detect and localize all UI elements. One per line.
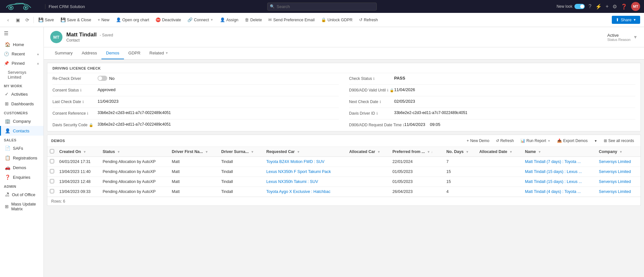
col-name[interactable]: Name ▼ <box>522 147 596 157</box>
last-check-date-info-icon[interactable]: ℹ <box>82 100 84 104</box>
cell-name-0[interactable]: Matt Tindall (7 days) : Toyota ... <box>522 157 596 167</box>
status-expand-chevron[interactable]: ▼ <box>633 34 638 40</box>
settings-icon[interactable]: ⚙ <box>612 4 617 10</box>
name-link-3[interactable]: Matt Tindall (4 days) : Toyota ... <box>525 189 581 194</box>
sidebar-item-recent[interactable]: 🕐 Recent ▲ <box>0 49 43 59</box>
consent-status-info-icon[interactable]: ℹ <box>80 88 81 92</box>
tab-demos[interactable]: Demos <box>101 47 124 59</box>
sidebar-item-contacts[interactable]: 👤 Contacts <box>0 126 43 136</box>
lightning-icon[interactable]: ⚡ <box>595 4 602 10</box>
row-checkbox-2[interactable] <box>50 179 54 183</box>
new-button[interactable]: + New <box>95 16 112 24</box>
sidebar-item-home[interactable]: 🏠 Home <box>0 40 43 49</box>
davis-driver-id-info-icon[interactable]: ℹ <box>376 111 378 116</box>
deactivate-button[interactable]: ⛔ Deactivate <box>153 16 184 24</box>
next-check-info-icon[interactable]: ℹ <box>380 100 381 104</box>
col-status[interactable]: Status ▼ <box>100 147 169 157</box>
col-requested-car[interactable]: Requested Car ▼ <box>264 147 346 157</box>
share-button[interactable]: ⬆ Share ▼ <box>612 16 640 24</box>
user-avatar[interactable]: MT <box>631 2 640 11</box>
col-driver-surname[interactable]: Driver Surna... ▼ <box>219 147 264 157</box>
company-link-0[interactable]: Serversys Limited <box>599 159 631 164</box>
plus-icon[interactable]: + <box>606 4 609 9</box>
row-checkbox-3[interactable] <box>50 189 54 193</box>
col-allocated-car[interactable]: Allocated Car ▼ <box>346 147 390 157</box>
sidebar-item-safs[interactable]: 📄 SAFs <box>0 143 43 153</box>
sidebar-item-company[interactable]: 🏢 Company <box>0 116 43 126</box>
cell-req-car-3[interactable]: Toyota Aygo X Exclusive : Hatchbac <box>264 187 346 197</box>
cell-req-car-2[interactable]: Lexus NX350h Takumi : SUV <box>264 177 346 187</box>
tab-related[interactable]: Related ▼ <box>145 47 173 59</box>
check-status-info-icon[interactable]: ℹ <box>373 77 374 81</box>
see-all-records-button[interactable]: ⊞ See all records <box>601 138 637 144</box>
save-button[interactable]: 💾 Save <box>36 16 57 24</box>
question-icon[interactable]: ❓ <box>621 4 627 10</box>
sidebar-item-activities[interactable]: ✓ Activities <box>0 89 43 99</box>
export-demos-button[interactable]: 📥 Export Demos <box>554 138 590 144</box>
company-link-2[interactable]: Serversys Limited <box>599 179 631 184</box>
unlock-gdpr-button[interactable]: 🔒 Unlock GDPR <box>318 16 355 24</box>
recheck-toggle[interactable] <box>98 76 107 81</box>
col-preferred-from[interactable]: Preferred from ... ▼ ↓ <box>390 147 444 157</box>
back-button[interactable]: ‹ <box>4 16 12 24</box>
cell-name-2[interactable]: Matt Tindall (15 days) : Lexus ... <box>522 177 596 187</box>
sidebar-item-registrations[interactable]: 📋 Registrations <box>0 153 43 163</box>
cell-req-car-0[interactable]: Toyota BZ4X Motion FWD : SUV <box>264 157 346 167</box>
sidebar-item-pinned[interactable]: 📌 Pinned ▲ <box>0 59 43 68</box>
row-checkbox-1[interactable] <box>50 169 54 173</box>
delete-button[interactable]: 🗑 Delete <box>242 16 264 24</box>
tab-gdpr[interactable]: GDPR <box>124 47 145 59</box>
cell-company-2[interactable]: Serversys Limited <box>596 177 640 187</box>
req-car-link-1[interactable]: Lexus NX350h F Sport Takumi Pack <box>266 169 331 174</box>
req-car-link-2[interactable]: Lexus NX350h Takumi : SUV <box>266 179 318 184</box>
send-preference-email-button[interactable]: ✉ Send Preference Email <box>266 16 317 24</box>
refresh-nav-button[interactable]: ⟳ <box>23 16 32 24</box>
row-checkbox-0[interactable] <box>50 159 54 163</box>
row-checkbox-cell-2[interactable] <box>47 177 57 187</box>
nav-record-button[interactable]: ▣ <box>14 16 22 24</box>
sidebar-item-out-of-office[interactable]: 🏖 Out of Office <box>0 190 43 199</box>
cell-req-car-1[interactable]: Lexus NX350h F Sport Takumi Pack <box>264 167 346 177</box>
run-report-button[interactable]: 📊 Run Report ▼ <box>518 138 553 144</box>
new-look-toggle[interactable] <box>574 4 585 9</box>
tab-summary[interactable]: Summary <box>50 47 77 59</box>
row-checkbox-cell-1[interactable] <box>47 167 57 177</box>
sidebar-item-serversys[interactable]: Serversys Limited <box>0 68 43 81</box>
col-created-on[interactable]: Created On ▼ <box>57 147 100 157</box>
select-all-checkbox[interactable] <box>50 149 54 153</box>
name-link-0[interactable]: Matt Tindall (7 days) : Toyota ... <box>525 159 581 164</box>
row-checkbox-cell-3[interactable] <box>47 187 57 197</box>
cell-company-3[interactable]: Serversys Limited <box>596 187 640 197</box>
name-link-2[interactable]: Matt Tindall (15 days) : Lexus ... <box>525 179 582 184</box>
demos-refresh-button[interactable]: ↺ Refresh <box>493 138 516 144</box>
col-driver-first-name[interactable]: Driver First Na... ▼ <box>169 147 219 157</box>
row-checkbox-cell-0[interactable] <box>47 157 57 167</box>
open-org-chart-button[interactable]: 👤 Open org chart <box>113 16 152 24</box>
d906-valid-info-icon[interactable]: ℹ <box>387 88 388 92</box>
req-car-link-3[interactable]: Toyota Aygo X Exclusive : Hatchbac <box>266 189 330 194</box>
help-icon[interactable]: ? <box>589 4 592 9</box>
cell-company-0[interactable]: Serversys Limited <box>596 157 640 167</box>
consent-ref-info-icon[interactable]: ℹ <box>87 111 88 116</box>
col-company[interactable]: Company ▼ <box>596 147 640 157</box>
export-chevron-button[interactable]: ▼ <box>592 138 600 144</box>
select-all-header[interactable] <box>47 147 57 157</box>
tab-address[interactable]: Address <box>77 47 102 59</box>
search-input[interactable] <box>267 3 377 11</box>
cell-company-1[interactable]: Serversys Limited <box>596 167 640 177</box>
cell-name-3[interactable]: Matt Tindall (4 days) : Toyota ... <box>522 187 596 197</box>
cell-name-1[interactable]: Matt Tindall (15 days) : Lexus ... <box>522 167 596 177</box>
refresh-button[interactable]: ↺ Refresh <box>356 16 381 24</box>
save-close-button[interactable]: 💾 Save & Close <box>58 16 94 24</box>
sidebar-item-demos[interactable]: 🚗 Demos <box>0 163 43 172</box>
sidebar-item-mass-update-matrix[interactable]: ⊞ Mass Update Matrix <box>0 199 43 214</box>
company-link-3[interactable]: Serversys Limited <box>599 189 631 194</box>
hamburger-menu[interactable]: ☰ <box>0 27 43 40</box>
req-car-link-0[interactable]: Toyota BZ4X Motion FWD : SUV <box>266 159 325 164</box>
company-link-1[interactable]: Serversys Limited <box>599 169 631 174</box>
new-demo-button[interactable]: + New Demo <box>464 138 492 144</box>
sidebar-item-dashboards[interactable]: ⊞ Dashboards <box>0 99 43 109</box>
col-no-days[interactable]: No. Days ▼ <box>444 147 477 157</box>
assign-button[interactable]: 👤 Assign <box>217 16 241 24</box>
name-link-1[interactable]: Matt Tindall (15 days) : Lexus ... <box>525 169 582 174</box>
